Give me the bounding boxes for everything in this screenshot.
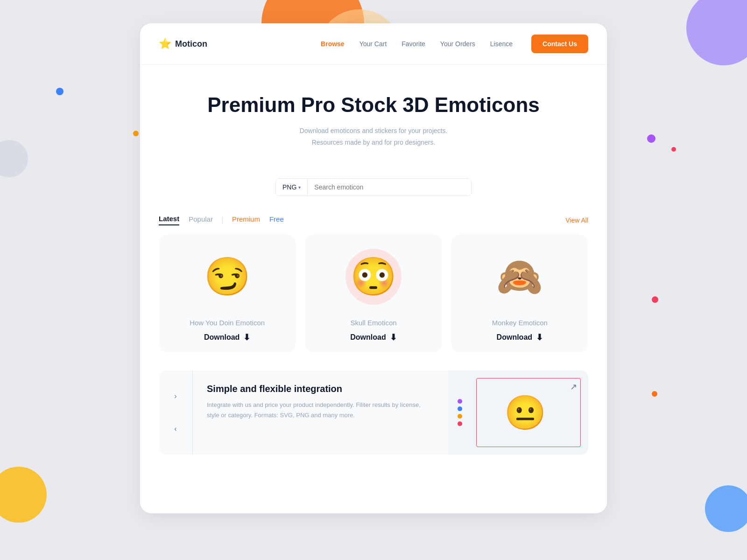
emoticon-image-2: 😳 [345, 249, 402, 305]
tab-premium[interactable]: Premium [232, 215, 260, 225]
download-button-3[interactable]: Download ⬇ [497, 332, 543, 343]
navbar: ⭐ Moticon Browse Your Cart Favorite Your… [140, 23, 607, 65]
cursor-indicator: ↗ [570, 382, 577, 392]
card-monkey: 🙈 Monkey Emoticon Download ⬇ [451, 235, 588, 352]
search-section: PNG ▾ [140, 178, 607, 196]
nav-browse[interactable]: Browse [321, 40, 345, 48]
emoticon-name-2: Skull Emoticon [350, 319, 396, 327]
nav-links: Browse Your Cart Favorite Your Orders Li… [321, 40, 513, 48]
chevron-down-icon: ▾ [298, 185, 301, 190]
prev-arrow-button[interactable]: ‹ [168, 421, 183, 436]
view-all-link[interactable]: View All [565, 217, 588, 224]
dot-pink-small [671, 147, 676, 152]
logo-icon: ⭐ [159, 38, 171, 50]
emoticon-image-1: 😏 [199, 249, 255, 305]
bg-blob-purple [686, 0, 747, 65]
card-skull: 😳 Skull Emoticon Download ⬇ [305, 235, 442, 352]
dot-orange-right [652, 391, 657, 397]
dot-purple [647, 134, 655, 143]
dot-yellow [133, 131, 139, 136]
nav-cart[interactable]: Your Cart [359, 40, 387, 48]
search-input[interactable] [308, 179, 471, 196]
download-icon-2: ⬇ [390, 332, 397, 343]
preview-dot-purple [458, 399, 462, 404]
format-label: PNG [282, 183, 296, 191]
emoticon-name-3: Monkey Emoticon [492, 319, 548, 327]
integration-preview: ↗ 😐 [448, 371, 588, 455]
download-icon-1: ⬇ [243, 332, 250, 343]
bg-blob-blue [705, 485, 747, 532]
format-select[interactable]: PNG ▾ [276, 179, 308, 196]
nav-arrows: › ‹ [159, 371, 193, 455]
contact-button[interactable]: Contact Us [531, 35, 588, 53]
nav-orders[interactable]: Your Orders [440, 40, 475, 48]
download-button-2[interactable]: Download ⬇ [350, 332, 396, 343]
hero-title: Premium Pro Stock 3D Emoticons [159, 93, 588, 118]
preview-dots [458, 399, 462, 426]
tab-popular[interactable]: Popular [189, 215, 213, 225]
tabs-row: Latest Popular Premium Free View All [140, 215, 607, 225]
hero-section: Premium Pro Stock 3D Emoticons Download … [140, 65, 607, 167]
tab-free[interactable]: Free [269, 215, 284, 225]
tab-latest[interactable]: Latest [159, 215, 179, 225]
emoticon-image-3: 🙈 [492, 249, 548, 305]
nav-favorite[interactable]: Favorite [402, 40, 425, 48]
logo-text: Moticon [175, 39, 207, 49]
preview-emoji: 😐 [504, 393, 546, 433]
search-container: PNG ▾ [275, 178, 472, 196]
integration-section: › ‹ Simple and flexible integration Inte… [159, 371, 588, 455]
preview-dot-red [458, 421, 462, 426]
preview-dot-yellow [458, 414, 462, 419]
dot-pink-large [652, 296, 658, 303]
integration-title: Simple and flexible integration [207, 384, 434, 394]
preview-dot-blue [458, 406, 462, 411]
download-icon-3: ⬇ [536, 332, 543, 343]
integration-description: Integrate with us and price your product… [207, 400, 434, 420]
nav-license[interactable]: Lisence [490, 40, 513, 48]
emoticon-name-1: How You Doin Emoticon [190, 319, 265, 327]
next-arrow-button[interactable]: › [168, 389, 183, 404]
main-card: ⭐ Moticon Browse Your Cart Favorite Your… [140, 23, 607, 513]
logo: ⭐ Moticon [159, 38, 207, 50]
integration-content: Simple and flexible integration Integrat… [193, 371, 448, 455]
card-how-you-doin: 😏 How You Doin Emoticon Download ⬇ [159, 235, 296, 352]
tab-divider [222, 216, 223, 224]
bg-blob-gray [0, 140, 28, 177]
dot-blue [56, 88, 63, 95]
bg-blob-yellow [0, 467, 47, 523]
download-button-1[interactable]: Download ⬇ [204, 332, 250, 343]
cards-grid: 😏 How You Doin Emoticon Download ⬇ 😳 Sku… [140, 235, 607, 371]
hero-subtitle: Download emoticons and stickers for your… [159, 125, 588, 148]
